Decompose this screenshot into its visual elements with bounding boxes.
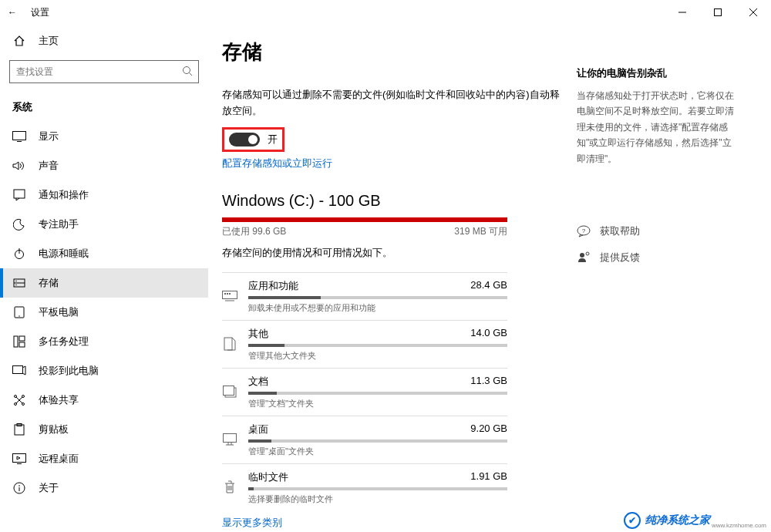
sidebar-item-share[interactable]: 体验共享 bbox=[0, 386, 208, 415]
storage-icon bbox=[12, 276, 26, 290]
home-label: 主页 bbox=[39, 34, 59, 48]
feedback-label: 提供反馈 bbox=[600, 251, 640, 264]
close-button[interactable] bbox=[736, 0, 771, 25]
storage-row-other[interactable]: 其他14.0 GB 管理其他大文件夹 bbox=[222, 320, 507, 368]
row-sub: 选择要删除的临时文件 bbox=[248, 493, 507, 505]
share-icon bbox=[12, 393, 26, 407]
row-size: 9.20 GB bbox=[470, 423, 507, 436]
sidebar-item-tablet[interactable]: 平板电脑 bbox=[0, 298, 208, 327]
clipboard-icon bbox=[12, 423, 26, 436]
multitask-icon bbox=[12, 335, 26, 348]
sidebar-item-multitask[interactable]: 多任务处理 bbox=[0, 327, 208, 356]
sidebar-item-label: 平板电脑 bbox=[39, 305, 79, 319]
sidebar-item-label: 剪贴板 bbox=[39, 423, 69, 436]
configure-link[interactable]: 配置存储感知或立即运行 bbox=[222, 157, 561, 170]
svg-rect-1 bbox=[715, 9, 722, 16]
svg-rect-6 bbox=[13, 132, 26, 140]
notifications-icon bbox=[12, 188, 26, 202]
row-name: 桌面 bbox=[248, 423, 268, 436]
storage-row-desktop[interactable]: 桌面9.20 GB 管理"桌面"文件夹 bbox=[222, 416, 507, 463]
side-body: 当存储感知处于打开状态时，它将仅在电脑空间不足时释放空间。若要立即清理未使用的文… bbox=[577, 88, 739, 167]
row-sub: 卸载未使用或不想要的应用和功能 bbox=[248, 302, 507, 314]
svg-rect-42 bbox=[224, 434, 237, 443]
sidebar-item-label: 电源和睡眠 bbox=[39, 247, 89, 261]
desktop-icon bbox=[222, 433, 237, 446]
drive-used: 已使用 99.6 GB bbox=[222, 225, 286, 238]
sidebar-item-storage[interactable]: 存储 bbox=[0, 268, 208, 298]
svg-point-26 bbox=[22, 403, 25, 406]
apps-icon bbox=[222, 289, 237, 303]
storage-row-temp[interactable]: 临时文件1.91 GB 选择要删除的临时文件 bbox=[222, 463, 507, 511]
sidebar-item-label: 专注助手 bbox=[39, 217, 79, 231]
svg-rect-19 bbox=[19, 342, 25, 347]
sidebar-item-remote[interactable]: 远程桌面 bbox=[0, 444, 208, 473]
feedback-link[interactable]: 提供反馈 bbox=[577, 251, 739, 264]
drive-title: Windows (C:) - 100 GB bbox=[222, 192, 561, 210]
row-name: 应用和功能 bbox=[248, 279, 298, 293]
svg-rect-39 bbox=[224, 338, 232, 350]
search-input[interactable] bbox=[9, 60, 199, 83]
svg-point-32 bbox=[19, 485, 20, 487]
svg-rect-37 bbox=[229, 293, 231, 295]
storage-sense-description: 存储感知可以通过删除不需要的文件(例如临时文件和回收站中的内容)自动释放空间。 bbox=[222, 87, 561, 120]
svg-line-5 bbox=[190, 73, 193, 76]
svg-point-16 bbox=[19, 315, 19, 316]
drive-free: 319 MB 可用 bbox=[454, 225, 507, 238]
sidebar-item-display[interactable]: 显示 bbox=[0, 122, 208, 151]
row-sub: 管理"文档"文件夹 bbox=[248, 398, 507, 409]
highlight-box: 开 bbox=[222, 127, 284, 152]
sidebar-item-clipboard[interactable]: 剪贴板 bbox=[0, 415, 208, 444]
storage-row-documents[interactable]: 文档11.3 GB 管理"文档"文件夹 bbox=[222, 368, 507, 416]
row-name: 文档 bbox=[248, 375, 268, 389]
help-icon: ? bbox=[577, 224, 591, 238]
usage-description: 存储空间的使用情况和可用情况如下。 bbox=[222, 246, 561, 260]
row-size: 14.0 GB bbox=[470, 327, 507, 341]
help-label: 获取帮助 bbox=[600, 224, 640, 238]
back-button[interactable]: ← bbox=[8, 7, 17, 18]
sound-icon bbox=[12, 159, 26, 173]
remote-icon bbox=[12, 452, 26, 466]
search-icon bbox=[182, 66, 193, 76]
svg-point-23 bbox=[15, 396, 17, 398]
row-size: 11.3 GB bbox=[470, 375, 507, 389]
focus-icon bbox=[12, 217, 26, 231]
display-icon bbox=[12, 130, 26, 143]
sidebar: 主页 系统 显示 声音 通知和操作 专注助手 电源和睡眠 bbox=[0, 25, 208, 532]
logo-icon: ✔ bbox=[624, 512, 641, 529]
svg-point-52 bbox=[586, 252, 589, 255]
feedback-icon bbox=[577, 251, 591, 264]
watermark-logo: ✔ 纯净系统之家 www.kzmhome.com bbox=[624, 512, 766, 529]
storage-sense-toggle[interactable] bbox=[229, 133, 260, 146]
show-more-link[interactable]: 显示更多类别 bbox=[222, 516, 561, 530]
tablet-icon bbox=[12, 305, 26, 319]
svg-rect-34 bbox=[223, 291, 237, 299]
minimize-button[interactable] bbox=[665, 0, 700, 25]
row-name: 其他 bbox=[248, 327, 268, 341]
home-link[interactable]: 主页 bbox=[0, 28, 208, 54]
about-icon bbox=[12, 481, 26, 495]
page-title: 存储 bbox=[222, 39, 561, 66]
sidebar-item-notifications[interactable]: 通知和操作 bbox=[0, 180, 208, 210]
row-sub: 管理其他大文件夹 bbox=[248, 350, 507, 362]
sidebar-item-label: 显示 bbox=[39, 130, 59, 143]
row-size: 28.4 GB bbox=[470, 279, 507, 293]
home-icon bbox=[12, 34, 26, 48]
svg-rect-17 bbox=[14, 336, 18, 347]
storage-row-apps[interactable]: 应用和功能28.4 GB 卸载未使用或不想要的应用和功能 bbox=[222, 272, 507, 320]
sidebar-item-label: 关于 bbox=[39, 481, 59, 495]
sidebar-item-project[interactable]: 投影到此电脑 bbox=[0, 356, 208, 386]
sidebar-item-label: 远程桌面 bbox=[39, 452, 79, 466]
sidebar-item-focus[interactable]: 专注助手 bbox=[0, 210, 208, 239]
sidebar-item-label: 声音 bbox=[39, 159, 59, 173]
sidebar-item-power[interactable]: 电源和睡眠 bbox=[0, 239, 208, 268]
svg-point-13 bbox=[15, 281, 16, 281]
toggle-label: 开 bbox=[268, 133, 278, 146]
project-icon bbox=[12, 364, 26, 378]
sidebar-item-sound[interactable]: 声音 bbox=[0, 151, 208, 180]
svg-rect-36 bbox=[227, 293, 228, 295]
get-help-link[interactable]: ? 获取帮助 bbox=[577, 224, 739, 238]
maximize-button[interactable] bbox=[700, 0, 736, 25]
sidebar-item-about[interactable]: 关于 bbox=[0, 473, 208, 503]
svg-text:?: ? bbox=[582, 227, 586, 234]
sidebar-item-label: 体验共享 bbox=[39, 393, 79, 407]
